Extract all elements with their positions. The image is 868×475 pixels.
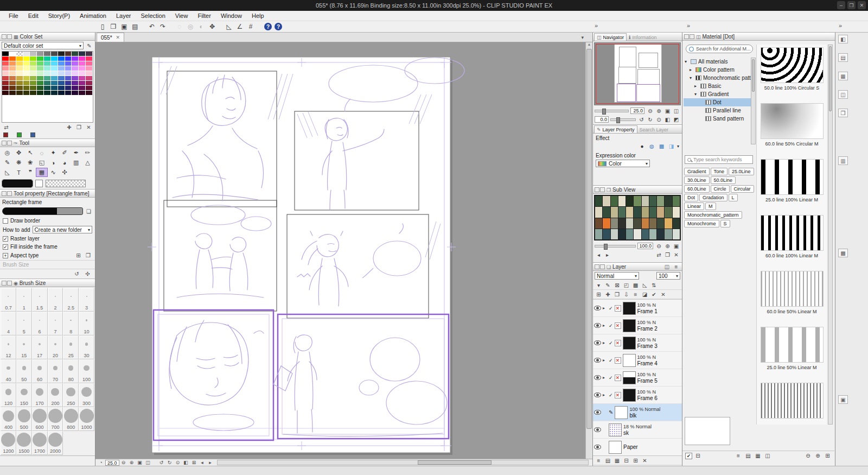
- undo-icon[interactable]: ↶: [147, 22, 157, 31]
- menu-window[interactable]: Window: [216, 11, 246, 20]
- color-swatch[interactable]: [72, 86, 79, 91]
- layer-visibility-eye-icon[interactable]: [594, 410, 601, 415]
- menu-file[interactable]: File: [4, 11, 23, 20]
- brush-tool[interactable]: ✎: [2, 158, 13, 167]
- menu-help[interactable]: Help: [247, 11, 269, 20]
- color-swatch[interactable]: [30, 56, 37, 61]
- auto-select-tool[interactable]: ✦: [48, 148, 59, 157]
- color-swatch[interactable]: [51, 91, 58, 96]
- blend-mode-select[interactable]: Normal▾: [595, 272, 639, 280]
- rotate-left-icon[interactable]: ↺: [158, 460, 165, 466]
- dock-icon[interactable]: ◫: [663, 263, 671, 271]
- move-tool[interactable]: ✥: [13, 148, 24, 157]
- brush-size-17[interactable]: 17: [32, 335, 48, 359]
- color-swatch[interactable]: [86, 76, 93, 81]
- zoom-in-icon[interactable]: ⊕: [655, 107, 663, 115]
- list-view-icon[interactable]: ≡: [735, 452, 743, 460]
- show-all-check-icon[interactable]: ✔: [685, 453, 692, 459]
- color-swatch[interactable]: [37, 52, 44, 56]
- material-item[interactable]: 25.0 line 50% Linear M: [757, 324, 827, 380]
- color-swatch[interactable]: [65, 81, 72, 86]
- tab-search-layer[interactable]: Search Layer: [637, 126, 671, 133]
- swap-color-icon[interactable]: ⇄: [2, 124, 10, 131]
- color-swatch[interactable]: [16, 76, 23, 81]
- layer-opacity-field[interactable]: 100▾: [656, 272, 680, 280]
- color-swatch[interactable]: [86, 71, 93, 76]
- edit-color-set-icon[interactable]: ✎: [85, 42, 93, 49]
- recent-color-chip[interactable]: [3, 132, 8, 137]
- color-swatch[interactable]: [37, 71, 44, 76]
- color-set-select[interactable]: Default color set▾: [2, 42, 84, 49]
- material-tag-m[interactable]: M: [705, 202, 716, 210]
- menu-animation[interactable]: Animation: [75, 11, 111, 20]
- small-thumb-view-icon[interactable]: ▤: [744, 452, 752, 460]
- color-swatch[interactable]: [9, 76, 16, 81]
- color-swatch[interactable]: [16, 71, 23, 76]
- tool-panel-header[interactable]: ✑ Tool: [0, 139, 95, 147]
- menu-view[interactable]: View: [171, 11, 193, 20]
- collapsed-panel-tab[interactable]: ❐: [838, 109, 848, 117]
- open-file-icon[interactable]: ❐: [108, 22, 118, 31]
- collapse-folders-icon[interactable]: ⊟: [622, 457, 630, 464]
- color-swatch[interactable]: [44, 86, 51, 91]
- color-swatch[interactable]: [58, 52, 65, 56]
- layer-expand-icon[interactable]: ▸: [603, 323, 607, 328]
- new-folder-icon[interactable]: ❐: [613, 290, 621, 298]
- brush-size-1.5[interactable]: 1.5: [32, 288, 48, 312]
- color-swatch[interactable]: [9, 91, 16, 96]
- flip-horizontal-icon[interactable]: ◧: [182, 460, 190, 466]
- collapsed-panel-tab[interactable]: ▩: [838, 249, 848, 257]
- material-item[interactable]: 60.0 line 50% Circular M: [757, 100, 827, 156]
- brush-size-3[interactable]: 3: [79, 288, 94, 312]
- material-preview[interactable]: [761, 327, 824, 363]
- frame-check-icon[interactable]: ✓: [609, 323, 613, 328]
- navigator-view-frame[interactable]: [596, 44, 679, 104]
- reselect-icon[interactable]: ◎: [186, 22, 195, 31]
- color-swatch[interactable]: [72, 91, 79, 96]
- large-thumb-view-icon[interactable]: ▦: [754, 452, 762, 460]
- brush-size-5[interactable]: 5: [16, 312, 32, 335]
- color-swatch[interactable]: [16, 86, 23, 91]
- effect-tone-icon[interactable]: ◍: [648, 142, 656, 150]
- line-correction-tool[interactable]: ∿: [48, 168, 59, 177]
- color-swatch[interactable]: [30, 71, 37, 76]
- flip-vertical-icon[interactable]: ◩: [672, 116, 680, 123]
- frame-check-icon[interactable]: ✓: [609, 375, 613, 381]
- color-swatch[interactable]: [9, 71, 16, 76]
- fit-to-screen-icon[interactable]: ▣: [663, 107, 672, 115]
- color-swatch[interactable]: [44, 52, 51, 56]
- color-swatch[interactable]: [30, 66, 37, 71]
- layer-row-frame-3[interactable]: ▸✓✕100 % NFrame 3: [593, 334, 682, 352]
- color-swatch[interactable]: [86, 56, 93, 61]
- color-swatch[interactable]: [51, 86, 58, 91]
- close-button[interactable]: ✕: [858, 1, 866, 9]
- layer-thumbnail[interactable]: [615, 406, 628, 419]
- material-tag-circular[interactable]: Circular: [731, 185, 754, 193]
- material-tag-50-0line[interactable]: 50.0Line: [711, 176, 736, 184]
- brush-size-70[interactable]: 70: [48, 359, 63, 383]
- frame-check-icon[interactable]: ✓: [609, 358, 613, 363]
- color-swatch[interactable]: [79, 76, 86, 81]
- color-swatch[interactable]: [9, 56, 16, 61]
- ruler-tool[interactable]: ◺: [2, 168, 13, 177]
- tab-information[interactable]: ℹ Information: [627, 34, 659, 41]
- brush-size-100[interactable]: 100: [79, 359, 94, 383]
- brush-size-400[interactable]: 400: [1, 407, 16, 431]
- color-swatch[interactable]: [65, 61, 72, 66]
- layer-row-blk[interactable]: ✎100 % Normalblk: [593, 404, 682, 421]
- hscroll-thumb[interactable]: [418, 460, 492, 465]
- color-swatch[interactable]: [51, 81, 58, 86]
- brush-size-2[interactable]: 2: [48, 288, 63, 312]
- fill-tool[interactable]: ◕: [59, 158, 71, 167]
- brush-size-2.5[interactable]: 2.5: [63, 288, 79, 312]
- eraser-tool[interactable]: ◱: [36, 158, 47, 167]
- layer-expand-icon[interactable]: ▸: [603, 340, 607, 345]
- color-swatch[interactable]: [44, 71, 51, 76]
- menu-edit[interactable]: Edit: [24, 11, 43, 20]
- navigator-thumbnail[interactable]: [594, 42, 681, 105]
- material-list-scrollbar[interactable]: [828, 45, 833, 425]
- layer-row-sk[interactable]: 18 % Normalsk: [593, 421, 682, 439]
- rotate-right-icon[interactable]: ↻: [166, 460, 174, 466]
- preset-icon[interactable]: ⊞: [74, 252, 82, 259]
- color-swatch[interactable]: [44, 61, 51, 66]
